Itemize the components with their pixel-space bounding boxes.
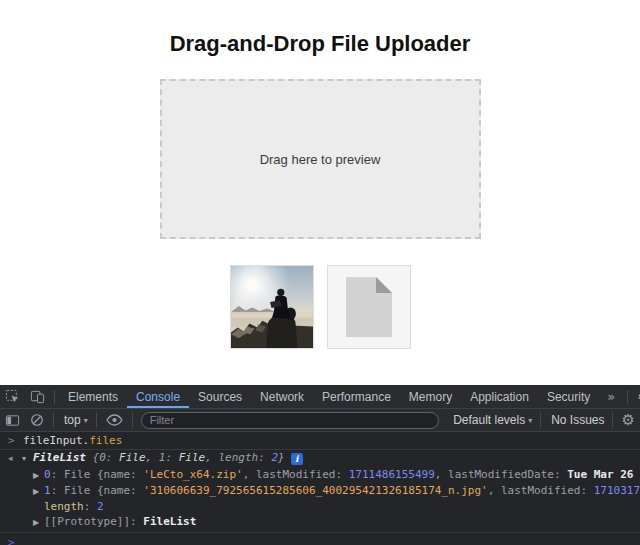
photo-thumbnail — [230, 265, 314, 349]
settings-gear-icon[interactable]: ⚙ — [632, 385, 640, 408]
tab-application[interactable]: Application — [461, 385, 538, 408]
input-chevron-icon: > — [8, 432, 23, 449]
device-toolbar-icon[interactable] — [25, 385, 50, 408]
disclosure-triangle-collapsed-icon[interactable]: ▶ — [33, 515, 44, 530]
divider — [54, 390, 55, 404]
console-prompt[interactable]: > — [0, 533, 640, 545]
live-expression-eye-icon[interactable] — [101, 409, 128, 431]
console-settings-gear-icon[interactable]: ⚙ — [617, 411, 640, 429]
file-0-preview: 0: File {name: 'LeCto_x64.zip', lastModi… — [44, 468, 640, 481]
tab-memory[interactable]: Memory — [400, 385, 461, 408]
disclosure-triangle-collapsed-icon[interactable]: ▶ — [33, 484, 44, 499]
filter-container — [137, 412, 447, 429]
console-command-echo: >fileInput.files — [0, 432, 640, 450]
tab-elements[interactable]: Elements — [59, 385, 127, 408]
generic-file-thumbnail — [327, 265, 411, 349]
console-output: >fileInput.files ◂▾FileList {0: File, 1:… — [0, 432, 640, 545]
photo-preview-image — [231, 266, 313, 348]
tab-performance[interactable]: Performance — [313, 385, 400, 408]
prototype-property: [[Prototype]]: FileList — [44, 515, 196, 528]
filelist-preview: FileList {0: File, 1: File, length: 2} — [33, 451, 285, 464]
console-toolbar-right: Default levels ▾ No Issues ⚙ — [447, 411, 640, 429]
chevron-down-icon[interactable]: ▾ — [528, 416, 536, 425]
info-icon[interactable]: i — [291, 453, 303, 465]
divider — [132, 413, 133, 427]
page-title: Drag-and-Drop File Uploader — [0, 0, 640, 57]
log-levels-selector[interactable]: Default levels — [447, 413, 528, 427]
tab-network[interactable]: Network — [251, 385, 313, 408]
clear-console-icon[interactable] — [25, 409, 49, 431]
file-icon — [344, 275, 394, 339]
more-tabs-icon[interactable]: » — [599, 389, 623, 404]
length-property: length: 2 — [44, 500, 104, 513]
disclosure-triangle-expanded-icon[interactable]: ▾ — [22, 451, 33, 467]
tree-row-length: length: 2 — [0, 499, 640, 514]
disclosure-triangle-collapsed-icon[interactable]: ▶ — [33, 468, 44, 483]
devtools-tab-bar: Elements Console Sources Network Perform… — [0, 385, 640, 409]
divider — [627, 390, 628, 404]
context-selector[interactable]: top — [58, 413, 84, 427]
return-value-icon: ◂ — [8, 450, 22, 466]
devtools-panel: Elements Console Sources Network Perform… — [0, 385, 640, 545]
divider — [53, 413, 54, 427]
tree-row-file-1[interactable]: ▶1: File {name: '310606639_7925656152856… — [0, 483, 640, 499]
console-sidebar-icon[interactable] — [0, 409, 25, 431]
prompt-chevron-icon: > — [8, 536, 15, 545]
dropzone-label: Drag here to preview — [260, 152, 381, 167]
console-result: ◂▾FileList {0: File, 1: File, length: 2}… — [0, 450, 640, 533]
divider — [540, 413, 541, 427]
inspect-element-icon[interactable] — [0, 385, 25, 408]
filelist-summary-row[interactable]: ◂▾FileList {0: File, 1: File, length: 2}… — [0, 450, 640, 467]
console-toolbar: top ▾ Default levels ▾ No Issues ⚙ — [0, 409, 640, 432]
tab-security[interactable]: Security — [538, 385, 599, 408]
divider — [612, 413, 613, 427]
tree-row-file-0[interactable]: ▶0: File {name: 'LeCto_x64.zip', lastMod… — [0, 467, 640, 483]
filter-input[interactable] — [141, 412, 439, 429]
issues-counter[interactable]: No Issues — [545, 413, 607, 427]
tab-sources[interactable]: Sources — [189, 385, 251, 408]
thumbnails-row — [0, 265, 640, 349]
command-text: fileInput.files — [23, 434, 122, 447]
tree-row-prototype[interactable]: ▶[[Prototype]]: FileList — [0, 514, 640, 530]
chevron-down-icon[interactable]: ▾ — [84, 416, 92, 425]
tab-console[interactable]: Console — [127, 385, 189, 408]
divider — [96, 413, 97, 427]
uploader-page: Drag-and-Drop File Uploader Drag here to… — [0, 0, 640, 385]
file-1-preview: 1: File {name: '310606639_79256561528560… — [44, 484, 640, 497]
dropzone[interactable]: Drag here to preview — [160, 79, 481, 239]
